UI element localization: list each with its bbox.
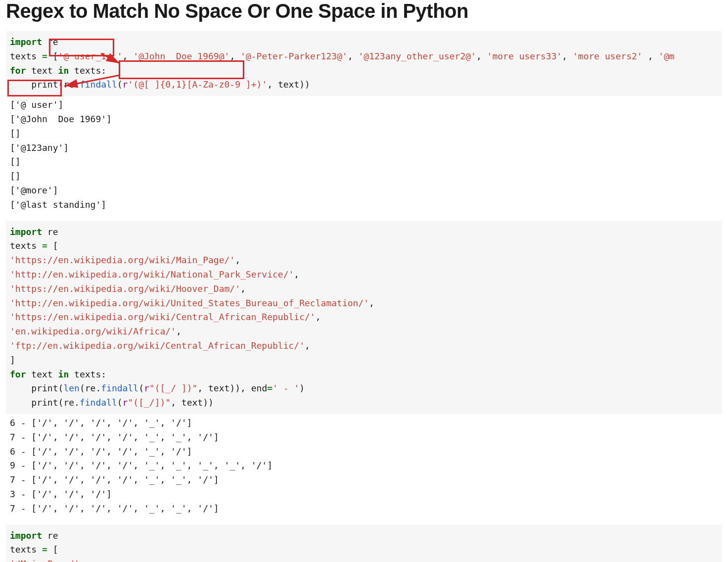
code-block-2: import re texts = [ 'https://en.wikipedi… (6, 221, 722, 414)
page-title: Regex to Match No Space Or One Space in … (6, 0, 722, 22)
output-line: 3 - ['/', '/', '/'] (10, 489, 112, 499)
output-line: [] (10, 171, 21, 181)
output-line: 6 - ['/', '/', '/', '/', '_', '/'] (10, 446, 192, 457)
literal-user1: '@ user_1 ' (58, 51, 123, 61)
kw-in: in (58, 65, 69, 76)
output-line: 6 - ['/', '/', '/', '/', '_', '/'] (10, 418, 192, 428)
output-line: 9 - ['/', '/', '/', '/', '_', '_', '_', … (10, 460, 273, 470)
output-line: ['@ user'] (10, 99, 63, 110)
output-block-1: ['@ user'] ['@John Doe 1969'] [] ['@123a… (6, 96, 722, 221)
code-block-3: import re texts = [ '/Main_Page/', '/Nat… (6, 525, 722, 562)
code-block-1: import re texts = ['@ user_1 ', '@John D… (6, 31, 722, 96)
output-line: 7 - ['/', '/', '/', '/', '_', '_', '/'] (10, 432, 219, 442)
fn-findall: findall (80, 79, 117, 90)
kw-for: for (10, 65, 26, 76)
output-line: ['@more'] (10, 185, 58, 195)
output-line: 7 - ['/', '/', '/', '/', '_', '_', '/'] (10, 474, 219, 485)
regex-pattern-1: '(@[ ]{0,1}[A-Za-z0-9 ]+)' (128, 79, 267, 90)
output-line: ['@John Doe 1969'] (10, 114, 112, 124)
output-line: ['@123any'] (10, 142, 69, 153)
output-line: 7 - ['/', '/', '/', '/', '_', '_', '/'] (10, 503, 219, 514)
fn-len: len (63, 383, 80, 393)
output-block-2: 6 - ['/', '/', '/', '/', '_', '/'] 7 - [… (6, 414, 722, 525)
output-line: ['@last standing'] (10, 199, 106, 210)
kw-import: import (10, 37, 42, 47)
output-line: [] (10, 156, 21, 167)
output-line: [] (10, 128, 21, 139)
